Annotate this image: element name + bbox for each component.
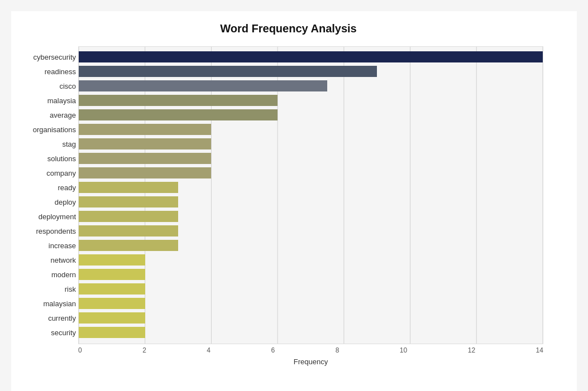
- chart-container: Word Frequency Analysis cybersecurityrea…: [11, 11, 577, 391]
- bar-label-inner: risk: [15, 285, 76, 293]
- bar-row: company: [79, 166, 543, 180]
- bar-rect: [79, 182, 178, 193]
- bar-row: organisations: [79, 123, 543, 136]
- bar-row: malaysia: [79, 94, 543, 107]
- bar-label-inner: solutions: [15, 155, 76, 163]
- bar-row: network: [79, 253, 543, 267]
- bar-rect: [79, 254, 145, 266]
- bar-label-inner: security: [15, 329, 76, 337]
- bar-label-inner: increase: [15, 242, 76, 250]
- chart-title: Word Frequency Analysis: [17, 22, 560, 35]
- bar-rect: [79, 80, 327, 91]
- x-axis-label: Frequency: [78, 358, 543, 366]
- bar-rect: [79, 327, 145, 338]
- x-tick: 8: [336, 346, 340, 354]
- bar-label-inner: cybersecurity: [15, 53, 76, 61]
- bar-rect: [79, 225, 178, 236]
- bar-row: security: [79, 326, 543, 339]
- x-tick: 6: [271, 346, 275, 354]
- bar-rect: [79, 240, 178, 251]
- bar-label-inner: network: [15, 256, 76, 264]
- bars-container: cybersecurityreadinessciscomalaysiaavera…: [79, 50, 543, 339]
- x-tick: 12: [468, 346, 475, 354]
- bar-row: risk: [79, 282, 543, 296]
- bar-label-inner: ready: [15, 184, 76, 192]
- bar-row: cisco: [79, 79, 543, 93]
- bar-row: ready: [79, 181, 543, 194]
- bar-label-inner: deployment: [15, 213, 76, 221]
- bar-rect: [79, 124, 211, 135]
- bar-row: stag: [79, 137, 543, 151]
- bar-row: deploy: [79, 195, 543, 209]
- bar-row: deployment: [79, 210, 543, 223]
- bar-label-inner: currently: [15, 314, 76, 322]
- bar-label-inner: modern: [15, 271, 76, 279]
- bar-rect: [79, 66, 377, 77]
- x-axis-ticks: 02468101214: [78, 346, 543, 354]
- bar-row: increase: [79, 239, 543, 252]
- bar-label-inner: readiness: [15, 67, 76, 76]
- x-tick: 14: [536, 346, 543, 354]
- x-tick: 4: [207, 346, 211, 354]
- bar-label-inner: company: [15, 169, 76, 177]
- bar-row: modern: [79, 268, 543, 281]
- x-tick: 0: [78, 346, 82, 354]
- x-tick: 10: [400, 346, 407, 354]
- bar-row: readiness: [79, 65, 543, 78]
- bar-label-inner: average: [15, 111, 76, 119]
- bar-rect: [79, 196, 178, 207]
- bar-rect: [79, 211, 178, 222]
- bar-row: currently: [79, 311, 543, 325]
- bar-label-inner: stag: [15, 140, 76, 148]
- bar-rect: [79, 138, 211, 149]
- bar-row: average: [79, 108, 543, 122]
- bar-label-inner: malaysian: [15, 300, 76, 308]
- bar-label-inner: deploy: [15, 198, 76, 206]
- bar-row: solutions: [79, 152, 543, 165]
- bar-rect: [79, 312, 145, 324]
- bar-rect: [79, 269, 145, 280]
- bar-rect: [79, 109, 278, 120]
- bar-rect: [79, 167, 211, 178]
- bar-label-inner: cisco: [15, 82, 76, 90]
- bar-row: respondents: [79, 224, 543, 238]
- x-tick: 2: [142, 346, 146, 354]
- bar-row: malaysian: [79, 297, 543, 310]
- bar-label-inner: malaysia: [15, 96, 76, 105]
- chart-plot-area: cybersecurityreadinessciscomalaysiaavera…: [78, 46, 543, 344]
- bar-rect: [79, 51, 543, 62]
- bar-rect: [79, 153, 211, 164]
- bar-rect: [79, 283, 145, 295]
- bar-rect: [79, 95, 278, 106]
- bar-label-inner: respondents: [15, 227, 76, 235]
- bar-label-inner: organisations: [15, 125, 76, 134]
- bar-rect: [79, 298, 145, 309]
- bar-row: cybersecurity: [79, 50, 543, 64]
